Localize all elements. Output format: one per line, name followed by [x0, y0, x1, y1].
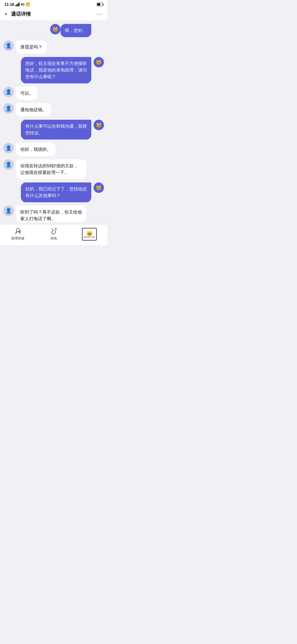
bubble-2: 您好，机主现在有事不方便接听电话，我是他的来电助理，请问您有什么事呢？	[21, 57, 91, 83]
cat-watermark-icon: 🐱	[86, 231, 93, 236]
message-text-6: 你好，我借的。	[20, 147, 51, 152]
person-icon-6: 👤	[6, 145, 12, 151]
message-row-4: 👤 通知他还钱。	[3, 103, 104, 116]
message-text-3: 可以。	[20, 91, 34, 95]
message-row-3: 👤 可以。	[3, 87, 104, 100]
caller-avatar-6: 👤	[3, 143, 14, 153]
bubble-9: 听到了吗？再不还款，你又给他家人打电话了啊。	[16, 206, 86, 222]
message-row-2: 🐱 您好，机主现在有事不方便接听电话，我是他的来电助理，请问您有什么事呢？	[3, 57, 104, 83]
callback-label: 回电	[50, 236, 57, 241]
chat-area: 🐱 喂，您好。 👤 唐霞是吗？ 🐱 您好，机主现在有事不方便接听电话，我是他的来…	[0, 21, 107, 224]
message-row-5: 🐱 有什么事可以先和我沟通，我替您转达。	[3, 120, 104, 140]
message-row-9: 👤 听到了吗？再不还款，你又给他家人打电话了啊。	[3, 206, 104, 222]
person-icon-7: 👤	[6, 162, 12, 168]
message-text-5: 有什么事可以先和我沟通，我替您转达。	[25, 124, 87, 135]
caller-avatar-9: 👤	[3, 206, 14, 216]
message-text-7: 你现在转达的58好借的欠款，让他现在抓紧处理一下。	[20, 163, 78, 175]
message-text-8: 好的，我已经记下了，您找他还有什么其他事吗？	[25, 187, 87, 198]
caller-avatar-7: 👤	[3, 159, 14, 170]
person-icon-9: 👤	[6, 208, 12, 214]
bubble-7: 你现在转达的58好借的欠款，让他现在抓紧处理一下。	[16, 159, 86, 179]
wifi-icon: 📶	[26, 2, 30, 6]
ai-avatar-8: 🐱	[94, 182, 104, 193]
bubble-6: 你好，我借的。	[16, 143, 56, 156]
signal-icon	[15, 2, 20, 6]
cat-icon-8: 🐱	[96, 185, 101, 190]
message-text-2: 您好，机主现在有事不方便接听电话，我是他的来电助理，请问您有什么事呢？	[25, 61, 87, 79]
status-time: 11:16	[4, 2, 14, 7]
person-icon-3: 👤	[6, 89, 12, 95]
status-bar: 11:16 4G 📶	[0, 0, 107, 8]
person-icon-4: 👤	[6, 105, 12, 111]
message-row-6: 👤 你好，我借的。	[3, 143, 104, 156]
cat-icon-2: 🐱	[96, 60, 101, 65]
message-row-8: 🐱 好的，我已经记下了，您找他还有什么其他事吗？	[3, 182, 104, 202]
ai-avatar-2: 🐱	[94, 57, 104, 67]
header: × 通话详情 ···	[0, 8, 107, 21]
reject-label: 助理拒接	[11, 236, 24, 241]
message-row-7: 👤 你现在转达的58好借的欠款，让他现在抓紧处理一下。	[3, 159, 104, 179]
person-icon: 👤	[6, 43, 12, 49]
cat-icon-5: 🐱	[96, 122, 101, 128]
reject-icon	[14, 227, 22, 235]
bubble-0: 喂，您好。	[61, 24, 91, 37]
battery-icon	[97, 3, 103, 6]
caller-avatar-1: 👤	[3, 40, 14, 51]
bubble-1: 唐霞是吗？	[16, 40, 47, 54]
message-text-0: 喂，您好。	[65, 28, 87, 33]
caller-avatar-4: 👤	[3, 103, 14, 114]
bubble-5: 有什么事可以先和我沟通，我替您转达。	[21, 120, 91, 140]
battery-fill	[97, 3, 100, 6]
reject-button[interactable]: 助理拒接	[7, 227, 29, 241]
bubble-3: 可以。	[16, 87, 38, 100]
blackcat-text: BLACK CAT	[84, 236, 95, 238]
more-options-button[interactable]: ···	[96, 10, 103, 18]
ai-avatar-5: 🐱	[94, 120, 104, 130]
blackcat-watermark: 🐱 BLACK CAT	[78, 228, 100, 241]
bottom-nav: 助理拒接 回电 🐱 BLACK CAT	[0, 224, 107, 245]
network-type: 4G	[21, 3, 25, 6]
cat-icon: 🐱	[53, 27, 58, 32]
message-text-1: 唐霞是吗？	[20, 45, 42, 49]
page-title: 通话详情	[11, 11, 96, 17]
caller-avatar-3: 👤	[3, 87, 14, 97]
callback-button[interactable]: 回电	[43, 227, 65, 241]
close-button[interactable]: ×	[4, 11, 8, 17]
bubble-8: 好的，我已经记下了，您找他还有什么其他事吗？	[21, 182, 91, 202]
message-text-9: 听到了吗？再不还款，你又给他家人打电话了啊。	[20, 210, 82, 221]
bubble-4: 通知他还钱。	[16, 103, 51, 116]
status-left: 11:16 4G 📶	[4, 2, 30, 7]
ai-avatar: 🐱	[50, 24, 61, 34]
message-text-4: 通知他还钱。	[20, 107, 47, 112]
callback-icon	[50, 227, 57, 235]
message-row-1: 👤 唐霞是吗？	[3, 40, 104, 54]
message-row-0: 🐱 喂，您好。	[3, 24, 104, 37]
